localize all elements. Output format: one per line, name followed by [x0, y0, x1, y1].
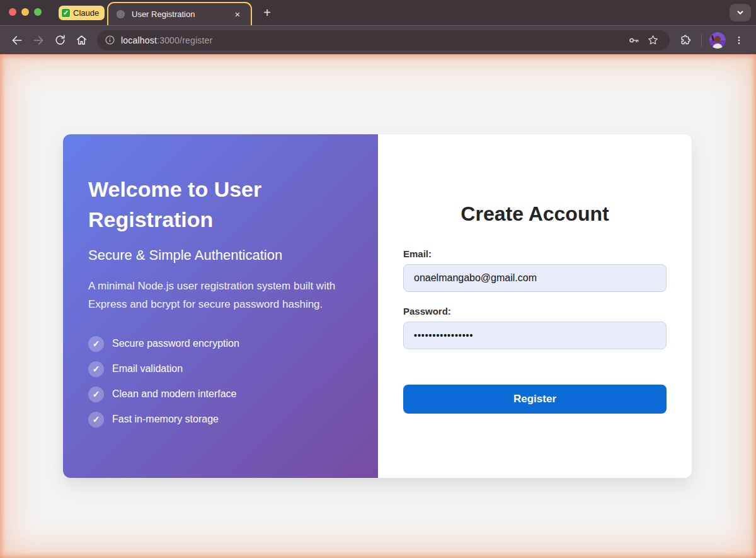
password-manager-icon[interactable] — [626, 31, 642, 50]
bookmark-star-icon[interactable] — [644, 31, 661, 50]
email-label: Email: — [403, 248, 667, 259]
check-icon: ✓ — [88, 361, 104, 377]
active-tab[interactable]: User Registration × — [107, 2, 252, 25]
home-button[interactable] — [72, 31, 91, 50]
feature-item: ✓ Fast in-memory storage — [88, 412, 353, 427]
minimize-window-button[interactable] — [21, 8, 29, 16]
feature-label: Secure password encryption — [112, 338, 239, 349]
tab-close-icon[interactable]: × — [232, 9, 243, 20]
chevron-down-icon — [736, 8, 745, 17]
registration-card: Welcome to User Registration Secure & Si… — [63, 134, 692, 478]
email-field-group: Email: — [403, 248, 667, 292]
address-bar[interactable]: localhost:3000/register — [97, 30, 670, 50]
check-icon: ✓ — [88, 336, 104, 352]
close-window-button[interactable] — [9, 8, 16, 16]
feature-list: ✓ Secure password encryption ✓ Email val… — [88, 336, 353, 427]
password-input[interactable] — [403, 322, 667, 349]
claude-session-badge[interactable]: ✓ Claude — [59, 6, 105, 20]
maximize-window-button[interactable] — [34, 8, 42, 16]
forward-button[interactable] — [29, 31, 48, 50]
hero-subtitle: Secure & Simple Authentication — [88, 247, 353, 264]
check-icon: ✓ — [88, 387, 104, 402]
window-controls — [9, 8, 42, 16]
password-field-group: Password: — [403, 306, 667, 349]
register-button[interactable]: Register — [403, 385, 667, 414]
feature-item: ✓ Email validation — [88, 361, 353, 377]
url-text[interactable]: localhost:3000/register — [121, 35, 624, 45]
hero-description: A minimal Node.js user registration syst… — [88, 277, 353, 313]
password-label: Password: — [403, 306, 667, 317]
feature-label: Clean and modern interface — [112, 388, 236, 400]
claude-badge-label: Claude — [73, 8, 99, 18]
profile-avatar[interactable] — [709, 32, 726, 49]
check-icon: ✓ — [88, 412, 104, 427]
url-host: localhost — [121, 35, 157, 45]
claude-check-icon: ✓ — [61, 8, 71, 18]
feature-item: ✓ Secure password encryption — [88, 336, 353, 352]
feature-label: Fast in-memory storage — [112, 414, 219, 425]
welcome-panel: Welcome to User Registration Secure & Si… — [63, 134, 378, 478]
extensions-icon[interactable] — [676, 31, 695, 50]
tab-title: User Registration — [132, 9, 232, 19]
page-viewport: Welcome to User Registration Secure & Si… — [0, 54, 756, 558]
hero-title: Welcome to User Registration — [88, 175, 353, 235]
site-info-icon[interactable] — [105, 35, 115, 45]
back-button[interactable] — [8, 31, 26, 50]
reload-button[interactable] — [50, 31, 69, 50]
tab-bar: ✓ Claude User Registration × + — [0, 0, 756, 25]
globe-icon — [116, 9, 125, 19]
tab-search-button[interactable] — [730, 4, 751, 21]
browser-toolbar: localhost:3000/register — [0, 25, 756, 54]
new-tab-button[interactable]: + — [260, 6, 275, 21]
feature-label: Email validation — [112, 363, 183, 375]
feature-item: ✓ Clean and modern interface — [88, 387, 353, 402]
toolbar-divider — [701, 34, 702, 47]
form-title: Create Account — [403, 202, 667, 226]
url-path: :3000/register — [157, 35, 212, 45]
email-input[interactable] — [403, 264, 667, 292]
browser-menu-icon[interactable] — [730, 31, 748, 50]
create-account-panel: Create Account Email: Password: Register — [378, 134, 692, 478]
